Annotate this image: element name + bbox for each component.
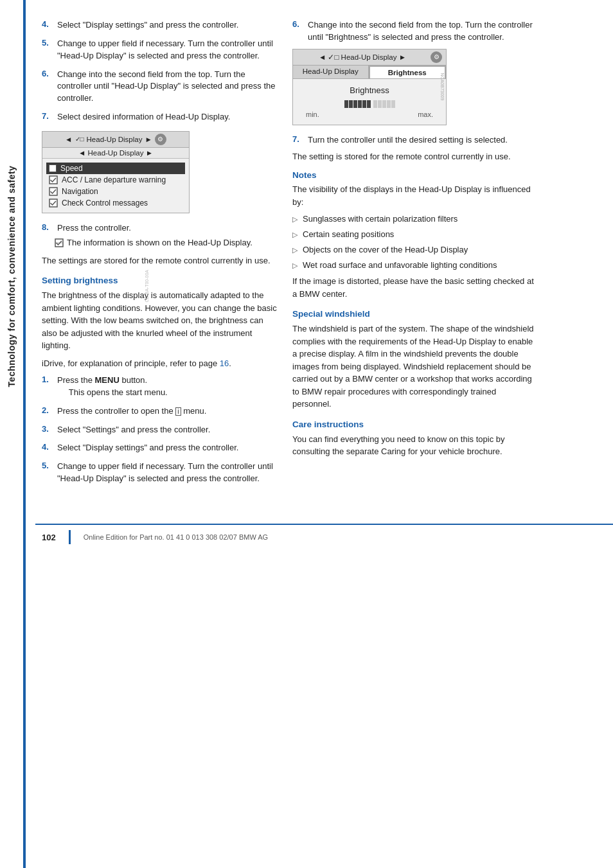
right-step-7: 7. Turn the controller until the desired… [292,134,537,146]
triangle-bullet: ▷ [292,245,299,256]
square-icon [49,164,57,172]
bar-empty [373,100,395,108]
hud-diagram-right: ◄ ✓□ Head-Up Display ► ⚙ Head-Up Display… [292,49,447,125]
notes-intro: The visibility of the displays in the He… [292,183,537,208]
right-column: 6. Change into the second field from the… [292,19,537,492]
bar-labels: min. max. [299,111,440,118]
step-6: 6. Change into the second field from the… [42,69,280,105]
notes-bullets: ▷ Sunglasses with certain polarization f… [292,213,537,271]
hud-row-check-control: Check Control messages [49,197,182,209]
hud-diagram-left: ◄ ✓□ Head-Up Display ► ⚙ ◄ Head-Up Displ… [42,131,190,213]
watermark-right: NCA0B73009 [440,73,445,101]
step-5: 5. Change to upper field if necessary. T… [42,38,280,62]
bright-step-2: 2. Press the controller to open the i me… [42,405,280,418]
special-windshield-body: The windshield is part of the system. Th… [292,323,537,411]
hud-right-nav: Head-Up Display Brightness [293,66,446,79]
bullet-item-1: ▷ Sunglasses with certain polarization f… [292,213,537,226]
info-check-icon [55,238,64,247]
step-8-info: The information is shown on the Head-Up … [55,237,280,249]
brightness-bar [299,100,440,108]
page-link-16[interactable]: 16 [220,359,229,368]
i-menu-icon: i [175,407,181,416]
step-8: 8. Press the controller. [42,222,280,235]
bright-step-3: 3. Select "Settings" and press the contr… [42,424,280,436]
menu-bold: MENU [95,375,120,385]
check-icon-acc [49,175,58,184]
check-icon-cc [49,199,58,208]
check-icon-nav [49,187,58,196]
bullet-item-3: ▷ Objects on the cover of the Head-Up Di… [292,244,537,256]
step-7: 7. Select desired information of Head-Up… [42,111,280,123]
triangle-bullet: ▷ [292,230,299,240]
gear-icon-right: ⚙ [431,51,442,63]
triangle-bullet: ▷ [292,261,299,271]
hud-row-navigation: Navigation [49,186,182,197]
notes-closing: If the image is distorted, please have t… [292,275,537,300]
hud-right-body: Brightness [293,79,446,125]
main-content: 4. Select "Display settings" and press t… [35,0,613,504]
nav-item-brightness: Brightness [369,66,447,78]
brightness-body1: The brightness of the display is automat… [42,289,280,352]
bright-step-5: 5. Change to upper field if necessary. T… [42,461,280,485]
hud-row-speed: Speed [46,163,185,174]
right-step-6: 6. Change into the second field from the… [292,19,537,44]
footer-text: Online Edition for Part no. 01 41 0 013 … [84,533,268,541]
hud-row-acc: ACC / Lane departure warning [49,174,182,186]
step-8-note: The settings are stored for the remote c… [42,254,280,267]
hud-right-top: ◄ ✓□ Head-Up Display ► ⚙ [293,49,446,66]
setting-brightness-heading: Setting brightness [42,276,280,285]
special-windshield-heading: Special windshield [292,309,537,319]
bright-step-4: 4. Select "Display settings" and press t… [42,442,280,454]
notes-heading: Notes [292,170,537,180]
bright-step-1: 1. Press the MENU button. This opens the… [42,375,280,399]
bar-filled [344,100,371,108]
blue-border [23,0,26,868]
left-column: 4. Select "Display settings" and press t… [42,19,280,492]
footer: 102 Online Edition for Part no. 01 41 0 … [35,524,613,548]
step7-note: The setting is stored for the remote con… [292,150,537,163]
step-4: 4. Select "Display settings" and press t… [42,19,280,31]
hud-second-row: ◄ Head-Up Display ► [42,148,189,159]
triangle-bullet: ▷ [292,215,299,225]
bullet-item-2: ▷ Certain seating positions [292,229,537,241]
bullet-item-4: ▷ Wet road surface and unfavorable light… [292,260,537,272]
gear-icon: ⚙ [155,134,166,145]
brightness-body2: iDrive, for explanation of principle, re… [42,357,280,370]
hud-body: Speed ACC / Lane departure warning [42,159,189,213]
footer-divider [69,530,71,544]
care-instructions-heading: Care instructions [292,420,537,429]
sidebar-label: Technology for comfort, convenience and … [0,51,23,501]
care-instructions-body: You can find everything you need to know… [292,433,537,458]
page-number: 102 [42,533,56,542]
hud-top-row: ◄ ✓□ Head-Up Display ► ⚙ [42,132,189,148]
nav-item-head-up: Head-Up Display [293,66,369,78]
watermark-left: CE-BA-T00-00A [145,270,149,303]
brightness-label: Brightness [299,85,440,95]
